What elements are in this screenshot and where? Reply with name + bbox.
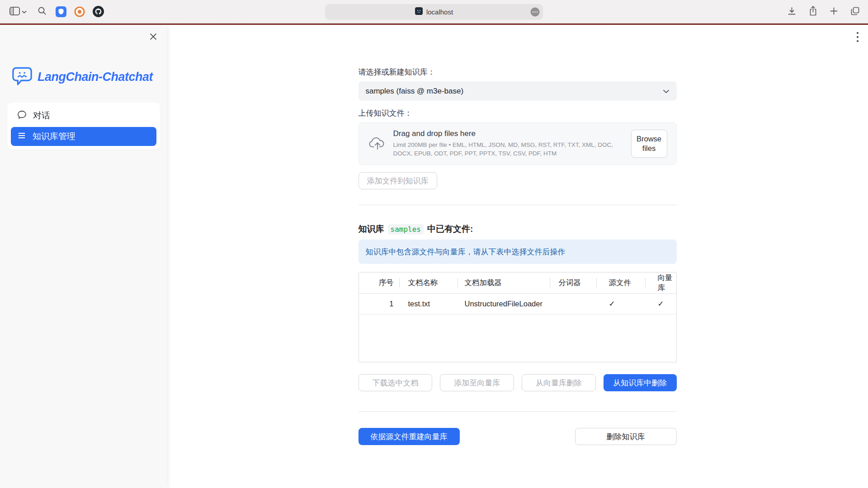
files-heading-suffix: 中已有文件:	[427, 223, 473, 235]
toolbar-left-group	[0, 5, 105, 19]
extension-icon-github[interactable]	[92, 5, 105, 18]
browser-new-tab-button[interactable]	[828, 5, 840, 19]
col-header-vector[interactable]: 向量库	[645, 272, 676, 294]
delete-from-vectorstore-button[interactable]: 从向量库删除	[522, 374, 596, 391]
file-dropzone[interactable]: Drag and drop files here Limit 200MB per…	[359, 122, 677, 165]
sidebar-item-label: 知识库管理	[33, 131, 75, 142]
extension-icon-blue[interactable]	[55, 5, 67, 18]
sidebar-menu: 对话 知识库管理	[7, 103, 160, 150]
files-heading-prefix: 知识库	[359, 223, 384, 235]
browser-share-button[interactable]	[807, 4, 819, 19]
chat-bubble-icon	[17, 110, 27, 122]
kb-action-buttons: 依据源文件重建向量库 删除知识库	[359, 428, 677, 445]
sidebar-item-dialogue[interactable]: 对话	[11, 106, 156, 125]
add-files-button[interactable]: 添加文件到知识库	[359, 172, 437, 189]
toolbar-right-group	[785, 0, 862, 23]
section-divider	[359, 411, 677, 412]
main-area: 请选择或新建知识库： samples (faiss @ m3e-base) 上传…	[167, 25, 868, 488]
sidebar-close-button[interactable]	[147, 30, 160, 44]
file-action-buttons: 下载选中文档 添加至向量库 从向量库删除 从知识库中删除	[359, 374, 677, 391]
sidebar-panel-icon	[9, 7, 20, 17]
share-icon	[809, 6, 817, 18]
app-decoration-bar	[0, 23, 868, 25]
cell-vector-check[interactable]: ✓	[645, 294, 676, 314]
kb-select-label: 请选择或新建知识库：	[359, 67, 677, 77]
kb-select-value: samples (faiss @ m3e-base)	[366, 87, 663, 96]
files-heading: 知识库 samples 中已有文件:	[359, 223, 677, 235]
sidebar-item-kb-management[interactable]: 知识库管理	[11, 127, 156, 146]
delete-kb-button[interactable]: 删除知识库	[575, 428, 677, 445]
close-icon	[149, 36, 158, 42]
extensions-group	[55, 5, 105, 18]
browser-url-bar[interactable]: localhost	[325, 4, 543, 20]
chevron-down-icon	[22, 8, 27, 15]
rebuild-vectorstore-button[interactable]: 依据源文件重建向量库	[359, 428, 460, 445]
url-text: localhost	[426, 8, 453, 16]
cell-index[interactable]: 1	[359, 294, 399, 314]
app-logo: LangChain-Chatchat	[12, 66, 153, 88]
files-table: 序号 文档名称 文档加载器 分词器 源文件 向量库 1 test.txt Uns…	[359, 272, 677, 362]
extension-icon-orange[interactable]	[73, 5, 86, 18]
col-header-splitter[interactable]: 分词器	[550, 272, 596, 294]
table-header-row: 序号 文档名称 文档加载器 分词器 源文件 向量库	[359, 272, 676, 294]
add-to-vectorstore-button[interactable]: 添加至向量库	[440, 374, 514, 391]
cell-loader[interactable]: UnstructuredFileLoader	[458, 294, 550, 314]
browser-downloads-button[interactable]	[785, 5, 798, 19]
logo-chat-icon	[12, 66, 33, 88]
col-header-name[interactable]: 文档名称	[399, 272, 458, 294]
extensions-overflow-icon[interactable]	[530, 7, 540, 17]
download-icon	[787, 6, 797, 17]
browser-toolbar: localhost	[0, 0, 868, 23]
kb-selectbox[interactable]: samples (faiss @ m3e-base)	[359, 81, 677, 101]
dropzone-texts: Drag and drop files here Limit 200MB per…	[393, 129, 631, 158]
logo-text: LangChain-Chatchat	[38, 70, 153, 84]
kb-name-code: samples	[388, 224, 424, 235]
kebab-menu-icon	[856, 38, 859, 44]
sidebar: LangChain-Chatchat 对话 知识库管理	[0, 25, 167, 488]
dropzone-limit: Limit 200MB per file • EML, HTML, JSON, …	[393, 141, 631, 158]
search-icon	[38, 6, 47, 17]
browser-sidebar-toggle[interactable]	[8, 5, 28, 19]
col-header-source[interactable]: 源文件	[596, 272, 645, 294]
browse-files-button[interactable]: Browse files	[631, 130, 667, 157]
sidebar-item-label: 对话	[33, 110, 50, 122]
browser-search-button[interactable]	[36, 5, 48, 19]
col-header-loader[interactable]: 文档加载器	[458, 272, 550, 294]
site-favicon-icon	[415, 7, 423, 17]
cell-name[interactable]: test.txt	[399, 294, 458, 314]
plus-icon	[830, 7, 838, 17]
page-content: 请选择或新建知识库： samples (faiss @ m3e-base) 上传…	[359, 25, 677, 445]
download-selected-button[interactable]: 下载选中文档	[359, 374, 433, 391]
table-row[interactable]: 1 test.txt UnstructuredFileLoader ✓ ✓	[359, 294, 676, 314]
upload-label: 上传知识文件：	[359, 108, 677, 118]
cell-splitter[interactable]	[550, 294, 596, 314]
app-menu-button[interactable]	[854, 29, 861, 46]
tabs-overview-icon	[850, 6, 860, 17]
col-header-index[interactable]: 序号	[359, 272, 399, 294]
section-divider	[359, 205, 677, 205]
dropzone-title: Drag and drop files here	[393, 129, 631, 138]
list-lines-icon	[17, 131, 26, 142]
delete-from-kb-button[interactable]: 从知识库中删除	[604, 374, 677, 391]
info-box: 知识库中包含源文件与向量库，请从下表中选择文件后操作	[359, 239, 677, 264]
chevron-down-icon	[663, 87, 670, 96]
browser-tabs-button[interactable]	[849, 5, 862, 19]
info-text: 知识库中包含源文件与向量库，请从下表中选择文件后操作	[366, 247, 566, 257]
cell-source-check[interactable]: ✓	[596, 294, 645, 314]
cloud-upload-icon	[369, 136, 386, 152]
